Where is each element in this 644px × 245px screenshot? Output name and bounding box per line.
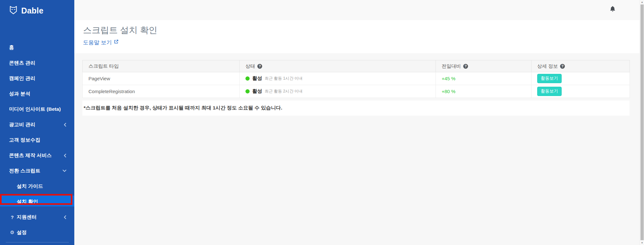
chevron-left-icon xyxy=(63,215,67,219)
sidebar-item-install-check[interactable]: 설치 확인 xyxy=(0,194,74,209)
table-header-row: 스크립트 타입 상태 ? 전일대비 ? xyxy=(83,60,630,72)
sidebar-item-settings[interactable]: ⚙ 설정 xyxy=(0,225,74,240)
gear-icon: ⚙ xyxy=(10,230,15,235)
table-row: CompleteRegistration 활성 최근 활동 2시간 이내 +80… xyxy=(83,85,630,98)
help-link[interactable]: 도움말 보기 xyxy=(83,39,119,46)
help-link-label: 도움말 보기 xyxy=(83,39,112,46)
status-detail: 최근 활동 2시간 이내 xyxy=(265,89,302,94)
sidebar-item-label: 지원센터 xyxy=(17,214,37,221)
sidebar-item-content-management[interactable]: 콘텐츠 관리 xyxy=(0,55,74,71)
details-cell: 활동보기 xyxy=(531,85,630,98)
column-header-label: 상세 정보 xyxy=(537,63,558,69)
view-activity-button[interactable]: 활동보기 xyxy=(537,87,562,96)
sidebar-item-label: 전환 스크립트 xyxy=(9,168,40,174)
sidebar-divider xyxy=(6,242,69,242)
chevron-left-icon xyxy=(63,153,67,158)
sidebar-item-customer-info[interactable]: 고객 정보수집 xyxy=(0,132,74,148)
status-active-dot xyxy=(245,76,250,81)
status-active-dot xyxy=(245,89,250,93)
table-footnote: *스크립트를 처음 설치한 경우, 상태가 표시될 때까지 최대 1시간 정도 … xyxy=(82,101,630,116)
sidebar-item-label: 고객 정보수집 xyxy=(9,137,40,144)
help-tooltip-icon[interactable]: ? xyxy=(560,64,565,69)
column-header-label: 상태 xyxy=(245,63,255,69)
scrollbar-up-arrow-icon[interactable]: ▲ xyxy=(640,0,644,4)
question-icon: ? xyxy=(10,214,15,220)
sidebar-item-label: 캠페인 관리 xyxy=(9,75,35,82)
app-window: Dable 홈 콘텐츠 관리 캠페인 관리 성과 분석 미디어 인사이트 (Be… xyxy=(0,0,644,245)
sidebar-item-home[interactable]: 홈 xyxy=(0,40,74,55)
sidebar-item-label: 홈 xyxy=(9,44,14,51)
sidebar-item-support-center[interactable]: ? 지원센터 xyxy=(0,209,74,225)
sidebar-item-performance-analysis[interactable]: 성과 분석 xyxy=(0,86,74,101)
help-tooltip-icon[interactable]: ? xyxy=(257,64,262,69)
details-cell: 활동보기 xyxy=(531,72,630,85)
column-header-day-over-day: 전일대비 ? xyxy=(436,60,531,72)
top-bar xyxy=(74,0,639,20)
sidebar-item-content-production[interactable]: 콘텐츠 제작 서비스 xyxy=(0,148,74,163)
status-cell: 활성 최근 활동 1시간 이내 xyxy=(240,72,436,85)
sidebar-item-media-insight[interactable]: 미디어 인사이트 (Beta) xyxy=(0,101,74,117)
scrollbar-down-arrow-icon[interactable]: ▼ xyxy=(640,241,644,245)
delta-value: +80 % xyxy=(442,89,455,94)
sidebar-item-campaign-management[interactable]: 캠페인 관리 xyxy=(0,71,74,86)
sidebar-item-label: 설치 확인 xyxy=(17,198,38,205)
delta-cell: +80 % xyxy=(436,85,531,98)
sidebar-item-label: 콘텐츠 관리 xyxy=(9,60,35,66)
sidebar-item-label: 설치 가이드 xyxy=(17,183,43,190)
script-status-table: 스크립트 타입 상태 ? 전일대비 ? xyxy=(82,60,630,98)
column-header-details: 상세 정보 ? xyxy=(531,60,630,72)
chevron-left-icon xyxy=(63,123,67,127)
logo[interactable]: Dable xyxy=(0,0,74,16)
page-title: 스크립트 설치 확인 xyxy=(83,24,639,36)
delta-value: +45 % xyxy=(442,76,455,81)
sidebar: Dable 홈 콘텐츠 관리 캠페인 관리 성과 분석 미디어 인사이트 (Be… xyxy=(0,0,74,245)
sidebar-item-install-guide[interactable]: 설치 가이드 xyxy=(0,179,74,194)
chevron-down-icon xyxy=(62,169,67,172)
column-header-script-type: 스크립트 타입 xyxy=(83,60,240,72)
status-cell: 활성 최근 활동 2시간 이내 xyxy=(240,85,436,98)
sidebar-item-ad-cost-management[interactable]: 광고비 관리 xyxy=(0,117,74,132)
column-header-status: 상태 ? xyxy=(240,60,436,72)
status-label: 활성 xyxy=(252,75,262,82)
sidebar-item-label: 광고비 관리 xyxy=(9,121,35,128)
sidebar-nav: 홈 콘텐츠 관리 캠페인 관리 성과 분석 미디어 인사이트 (Beta) 광고… xyxy=(0,40,74,240)
status-label: 활성 xyxy=(252,88,262,95)
scrollbar-thumb[interactable] xyxy=(640,4,644,240)
column-header-label: 전일대비 xyxy=(442,63,461,69)
script-type-cell: PageView xyxy=(83,72,240,85)
table-row: PageView 활성 최근 활동 1시간 이내 +45 % 활동보기 xyxy=(83,72,630,85)
sidebar-item-label: 미디어 인사이트 (Beta) xyxy=(9,106,61,113)
status-detail: 최근 활동 1시간 이내 xyxy=(265,76,302,81)
delta-cell: +45 % xyxy=(436,72,531,85)
external-link-icon xyxy=(114,39,119,46)
sidebar-item-label: 콘텐츠 제작 서비스 xyxy=(9,152,52,159)
notification-bell-icon[interactable] xyxy=(609,5,616,14)
page-header: 스크립트 설치 확인 도움말 보기 xyxy=(74,20,639,53)
column-header-label: 스크립트 타입 xyxy=(88,63,119,69)
sidebar-item-label: 성과 분석 xyxy=(9,91,30,97)
script-type-cell: CompleteRegistration xyxy=(83,85,240,98)
sidebar-item-label: 설정 xyxy=(17,229,27,236)
dable-owl-icon xyxy=(8,5,18,16)
main-content: 스크립트 타입 상태 ? 전일대비 ? xyxy=(74,53,639,245)
help-tooltip-icon[interactable]: ? xyxy=(463,64,468,69)
logo-text: Dable xyxy=(21,6,43,15)
vertical-scrollbar: ▲ ▼ xyxy=(639,0,644,245)
view-activity-button[interactable]: 활동보기 xyxy=(537,74,562,83)
sidebar-item-conversion-script[interactable]: 전환 스크립트 xyxy=(0,163,74,179)
